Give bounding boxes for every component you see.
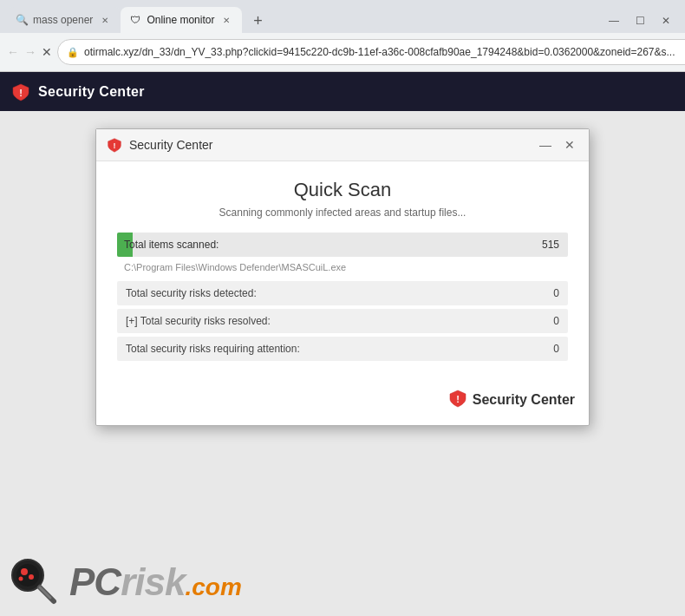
stat-value-0: 0 <box>553 287 559 299</box>
browser-chrome: 🔍 mass opener ✕ 🛡 Online monitor ✕ + — ☐… <box>0 0 685 72</box>
svg-point-7 <box>19 577 23 581</box>
tab2-close[interactable]: ✕ <box>219 13 233 27</box>
window-minimize-button[interactable]: — <box>602 9 626 33</box>
window-close-button[interactable]: ✕ <box>654 9 678 33</box>
footer-shield-icon: ! <box>448 389 467 411</box>
svg-text:!: ! <box>19 88 23 98</box>
stat-label-2: Total security risks requiring attention… <box>126 343 300 355</box>
tab1-close[interactable]: ✕ <box>98 13 112 27</box>
svg-text:!: ! <box>456 394 460 404</box>
progress-row: Total items scanned: 515 <box>117 233 568 257</box>
window-maximize-button[interactable]: ☐ <box>628 9 652 33</box>
watermark-risk: risk <box>121 560 185 603</box>
tab-bar: 🔍 mass opener ✕ 🛡 Online monitor ✕ + — ☐… <box>0 0 685 33</box>
tab1-favicon: 🔍 <box>16 14 28 26</box>
security-center-logo-icon: ! <box>10 82 31 102</box>
stat-row-1: [+] Total security risks resolved: 0 <box>117 309 568 333</box>
dialog-title-left: ! Security Center <box>107 137 212 153</box>
dialog-footer: ! Security Center <box>96 378 589 425</box>
security-header-title: Security Center <box>38 84 145 100</box>
lock-icon: 🔒 <box>67 47 79 58</box>
watermark-icon <box>9 556 61 608</box>
stat-label-1: [+] Total security risks resolved: <box>126 315 271 327</box>
stat-label-0: Total security risks detected: <box>126 287 257 299</box>
svg-point-4 <box>16 564 39 587</box>
url-text: otirmalc.xyz/dn_33/dn_YV_33.php?clickid=… <box>84 46 675 58</box>
reload-button[interactable]: ✕ <box>42 40 52 64</box>
footer-brand: ! Security Center <box>448 389 575 411</box>
page-content: ! Security Center — ✕ Quick Scan Scannin… <box>0 111 685 616</box>
stat-row-0: Total security risks detected: 0 <box>117 281 568 305</box>
dialog-body: Quick Scan Scanning commonly infected ar… <box>96 161 589 378</box>
bookmark-icon[interactable]: ☆ <box>681 42 685 62</box>
forward-button[interactable]: → <box>24 40 36 64</box>
security-dialog: ! Security Center — ✕ Quick Scan Scannin… <box>95 128 590 426</box>
watermark-pc: PC <box>69 560 121 603</box>
tab2-favicon: 🛡 <box>129 14 141 26</box>
svg-text:!: ! <box>114 141 116 150</box>
dialog-shield-icon: ! <box>107 137 122 153</box>
scan-title: Quick Scan <box>117 179 568 201</box>
watermark-text: PCrisk.com <box>69 560 242 604</box>
dialog-minimize-button[interactable]: — <box>537 136 554 154</box>
svg-point-5 <box>21 568 28 575</box>
scan-file-path: C:\Program Files\Windows Defender\MSASCu… <box>117 260 568 281</box>
dialog-close-button[interactable]: ✕ <box>561 136 578 154</box>
security-header-bar: ! Security Center <box>0 72 685 111</box>
tab1-label: mass opener <box>33 14 93 26</box>
stat-value-1: 0 <box>553 315 559 327</box>
url-bar[interactable]: 🔒 otirmalc.xyz/dn_33/dn_YV_33.php?clicki… <box>57 39 685 65</box>
tab-online-monitor[interactable]: 🛡 Online monitor ✕ <box>121 7 242 33</box>
address-bar: ← → ✕ 🔒 otirmalc.xyz/dn_33/dn_YV_33.php?… <box>0 33 685 71</box>
new-tab-button[interactable]: + <box>245 9 270 33</box>
dialog-title-bar: ! Security Center — ✕ <box>96 129 589 161</box>
stat-value-2: 0 <box>553 343 559 355</box>
progress-label: Total items scanned: <box>117 239 219 251</box>
footer-brand-text: Security Center <box>473 392 575 408</box>
tab-mass-opener[interactable]: 🔍 mass opener ✕ <box>7 7 121 33</box>
progress-value: 515 <box>542 239 559 251</box>
dialog-title-text: Security Center <box>129 138 212 152</box>
stat-row-2: Total security risks requiring attention… <box>117 337 568 361</box>
watermark: PCrisk.com <box>9 556 242 608</box>
dialog-title-controls: — ✕ <box>537 136 578 154</box>
scan-subtitle: Scanning commonly infected areas and sta… <box>117 206 568 219</box>
watermark-com: .com <box>185 573 241 600</box>
svg-point-6 <box>29 574 34 580</box>
back-button[interactable]: ← <box>7 40 19 64</box>
tab2-label: Online monitor <box>147 14 214 26</box>
